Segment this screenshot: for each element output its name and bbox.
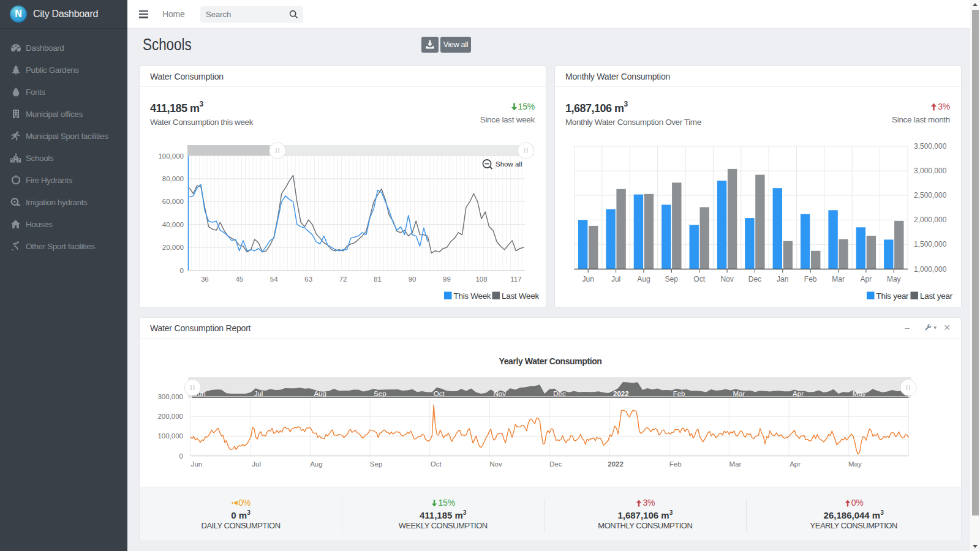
svg-text:54: 54	[270, 276, 278, 283]
svg-text:Jul: Jul	[252, 460, 261, 468]
svg-text:200,000: 200,000	[157, 413, 183, 420]
svg-text:90: 90	[409, 276, 417, 283]
svg-text:40,000: 40,000	[162, 221, 184, 228]
svg-text:1,000,000: 1,000,000	[914, 265, 947, 274]
svg-text:Last Week: Last Week	[502, 291, 539, 301]
svg-text:36: 36	[201, 276, 209, 283]
svg-text:Oct: Oct	[431, 460, 442, 468]
svg-text:May: May	[848, 460, 862, 468]
svg-text:Jan: Jan	[777, 275, 788, 283]
svg-text:Nov: Nov	[489, 460, 502, 468]
svg-text:60,000: 60,000	[162, 198, 184, 205]
svg-text:117: 117	[510, 276, 521, 283]
svg-text:100,000: 100,000	[158, 152, 184, 160]
svg-text:Dec: Dec	[553, 390, 566, 397]
svg-text:2022: 2022	[608, 460, 624, 468]
svg-text:Jul: Jul	[254, 390, 263, 397]
svg-text:Mar: Mar	[832, 275, 845, 283]
svg-text:80,000: 80,000	[162, 175, 184, 182]
svg-text:Mar: Mar	[733, 390, 745, 397]
svg-text:3,000,000: 3,000,000	[914, 167, 947, 175]
svg-text:Sep: Sep	[665, 275, 679, 283]
svg-text:99: 99	[443, 276, 451, 283]
svg-text:2022: 2022	[613, 390, 629, 397]
svg-text:Last year: Last year	[920, 291, 953, 301]
svg-text:100,000: 100,000	[157, 432, 183, 440]
svg-text:81: 81	[374, 276, 382, 283]
svg-text:Apr: Apr	[793, 390, 804, 397]
svg-text:Mar: Mar	[729, 460, 741, 468]
svg-text:Feb: Feb	[804, 275, 817, 283]
svg-text:3,500,000: 3,500,000	[914, 142, 947, 151]
svg-text:0: 0	[179, 452, 183, 460]
svg-text:Aug: Aug	[310, 460, 322, 468]
svg-text:May: May	[887, 275, 901, 283]
svg-text:45: 45	[235, 276, 243, 283]
svg-text:Dec: Dec	[549, 460, 562, 468]
svg-text:This Week: This Week	[454, 291, 491, 301]
svg-text:2,000,000: 2,000,000	[914, 216, 947, 224]
svg-text:Jul: Jul	[611, 275, 620, 283]
svg-text:108: 108	[475, 276, 487, 283]
svg-text:Aug: Aug	[314, 390, 326, 397]
svg-text:Jun: Jun	[582, 275, 594, 283]
svg-text:May: May	[853, 390, 866, 397]
svg-text:0: 0	[180, 267, 184, 274]
svg-text:Oct: Oct	[693, 275, 705, 283]
svg-text:Apr: Apr	[861, 275, 872, 283]
svg-text:2,500,000: 2,500,000	[914, 191, 947, 200]
svg-text:Apr: Apr	[790, 460, 801, 468]
svg-text:Dec: Dec	[748, 275, 761, 283]
svg-text:Aug: Aug	[637, 275, 650, 283]
svg-text:Feb: Feb	[673, 390, 685, 397]
svg-text:63: 63	[304, 276, 312, 283]
svg-text:Jun: Jun	[191, 460, 203, 468]
svg-text:Show all: Show all	[496, 160, 522, 168]
svg-text:Nov: Nov	[720, 275, 733, 283]
svg-text:Sep: Sep	[374, 390, 386, 397]
svg-text:This year: This year	[876, 291, 910, 301]
svg-text:Feb: Feb	[669, 460, 682, 468]
svg-text:Oct: Oct	[434, 390, 445, 397]
svg-text:Sep: Sep	[370, 460, 382, 468]
svg-text:1,500,000: 1,500,000	[914, 240, 947, 249]
svg-text:20,000: 20,000	[162, 244, 184, 251]
svg-text:Nov: Nov	[494, 390, 507, 397]
svg-text:300,000: 300,000	[157, 393, 183, 400]
svg-text:72: 72	[339, 276, 347, 283]
